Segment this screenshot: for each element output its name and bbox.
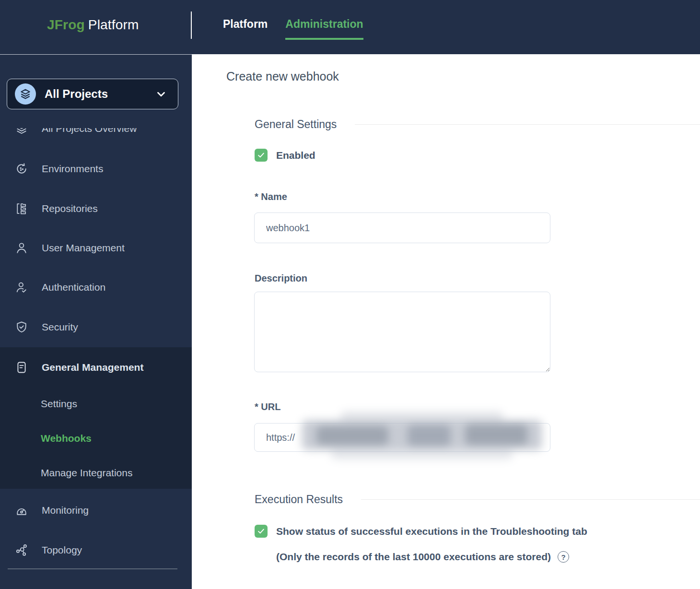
section-divider bbox=[361, 499, 700, 500]
sidebar-item-label: Topology bbox=[42, 544, 82, 556]
sidebar-item-settings[interactable]: Settings bbox=[0, 390, 192, 417]
sidebar-item-label: Security bbox=[42, 321, 78, 333]
document-icon bbox=[14, 360, 29, 375]
sidebar-item-all-projects-overview[interactable]: All Projects Overview bbox=[0, 115, 192, 142]
check-icon bbox=[257, 527, 265, 535]
sidebar-item-label: User Management bbox=[42, 242, 125, 254]
sidebar: All Projects All Projects Overview E bbox=[0, 54, 192, 589]
sidebar-item-label: Settings bbox=[41, 398, 77, 410]
execution-note: (Only the records of the last 10000 exec… bbox=[276, 551, 551, 563]
main-content: Create new webhook General Settings Enab… bbox=[192, 54, 700, 589]
user-icon bbox=[14, 241, 29, 255]
enabled-checkbox[interactable] bbox=[255, 149, 268, 162]
section-title: General Settings bbox=[255, 118, 337, 131]
top-header: JFrogPlatform Platform Administration bbox=[0, 0, 700, 54]
general-settings-section-header: General Settings bbox=[255, 117, 700, 131]
sidebar-item-repositories[interactable]: Repositories bbox=[0, 195, 192, 222]
sidebar-item-topology[interactable]: Topology bbox=[0, 537, 192, 564]
jfrog-logo: JFrogPlatform bbox=[47, 17, 139, 33]
description-field-label: Description bbox=[255, 273, 307, 284]
execution-checkbox-label: Show status of successful executions in … bbox=[276, 525, 587, 538]
help-icon[interactable]: ? bbox=[558, 551, 569, 563]
header-divider bbox=[191, 12, 192, 39]
shield-check-icon bbox=[14, 320, 29, 334]
execution-status-checkbox[interactable] bbox=[255, 525, 268, 538]
layers-icon bbox=[14, 121, 29, 136]
tab-platform[interactable]: Platform bbox=[223, 18, 268, 40]
sidebar-item-label: Monitoring bbox=[42, 505, 89, 516]
sidebar-item-environments[interactable]: Environments bbox=[0, 155, 192, 182]
sidebar-item-general-management[interactable]: General Management bbox=[0, 354, 192, 381]
name-field-label: * Name bbox=[255, 191, 287, 202]
sidebar-item-monitoring[interactable]: Monitoring bbox=[0, 497, 192, 524]
repositories-icon bbox=[14, 201, 29, 216]
logo-product: Platform bbox=[88, 17, 139, 32]
enabled-checkbox-label: Enabled bbox=[276, 149, 315, 162]
tab-administration[interactable]: Administration bbox=[285, 18, 363, 40]
url-field-label: * URL bbox=[255, 401, 280, 412]
sidebar-item-security[interactable]: Security bbox=[0, 314, 192, 341]
header-tabs: Platform Administration bbox=[223, 18, 363, 40]
sidebar-item-label: Repositories bbox=[42, 203, 98, 214]
environments-icon bbox=[14, 162, 29, 176]
section-title: Execution Results bbox=[255, 493, 343, 506]
layers-icon bbox=[15, 83, 36, 105]
sidebar-item-label: Manage Integrations bbox=[41, 467, 132, 479]
name-input[interactable] bbox=[254, 212, 550, 243]
execution-note-row: (Only the records of the last 10000 exec… bbox=[276, 551, 569, 563]
project-selector-label: All Projects bbox=[45, 87, 155, 101]
description-textarea[interactable] bbox=[254, 292, 550, 372]
enabled-checkbox-row: Enabled bbox=[255, 149, 315, 162]
user-check-icon bbox=[14, 280, 29, 294]
execution-checkbox-row: Show status of successful executions in … bbox=[255, 525, 686, 538]
check-icon bbox=[257, 151, 265, 159]
sidebar-item-label: All Projects Overview bbox=[42, 123, 137, 134]
gauge-icon bbox=[14, 503, 29, 518]
sidebar-item-manage-integrations[interactable]: Manage Integrations bbox=[0, 459, 192, 486]
logo-brand: JFrog bbox=[47, 17, 85, 32]
sidebar-item-label: Authentication bbox=[42, 282, 105, 293]
sidebar-item-user-management[interactable]: User Management bbox=[0, 235, 192, 261]
topology-icon bbox=[14, 543, 29, 557]
chevron-down-icon bbox=[155, 88, 167, 100]
url-input[interactable] bbox=[254, 423, 550, 452]
sidebar-item-label: General Management bbox=[42, 362, 143, 373]
project-selector[interactable]: All Projects bbox=[7, 79, 178, 109]
section-divider bbox=[355, 124, 700, 125]
sidebar-item-authentication[interactable]: Authentication bbox=[0, 274, 192, 301]
sidebar-divider bbox=[8, 568, 177, 569]
sidebar-item-label: Webhooks bbox=[41, 433, 92, 444]
execution-results-section-header: Execution Results bbox=[255, 492, 700, 507]
page-title: Create new webhook bbox=[226, 70, 339, 83]
sidebar-item-webhooks[interactable]: Webhooks bbox=[0, 425, 192, 452]
sidebar-item-label: Environments bbox=[42, 163, 103, 175]
